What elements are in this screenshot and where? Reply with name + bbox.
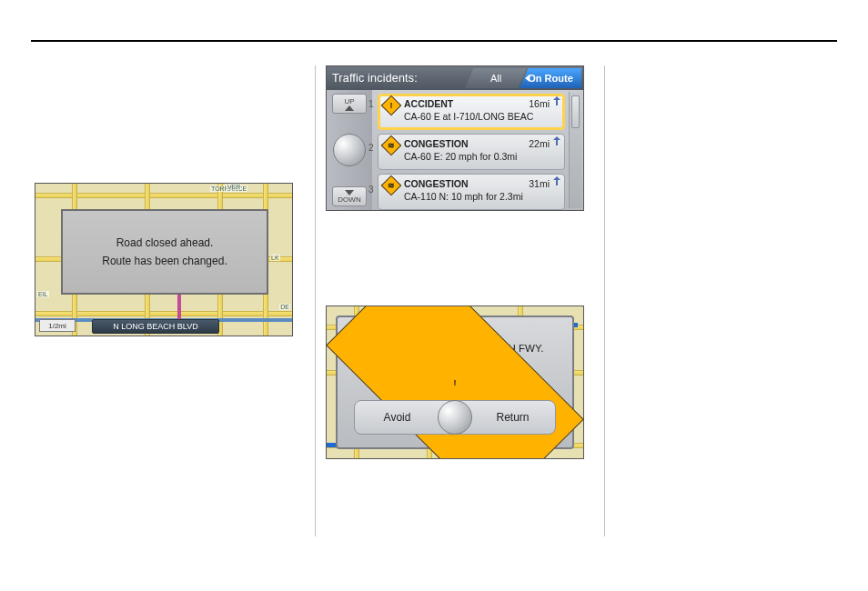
tab-on-route[interactable]: On Route <box>520 68 581 88</box>
incident-desc: CA-60 E: 20 mph for 0.3mi <box>404 150 559 163</box>
incident-row[interactable]: ! ACCIDENT 16mi CA-60 E at I-710/LONG BE… <box>378 94 565 130</box>
incident-title: ACCIDENT <box>404 98 453 109</box>
incident-row[interactable]: ≋ CONGESTION 22mi CA-60 E: 20 mph for 0.… <box>378 134 565 170</box>
traffic-incidents-screenshot: Traffic incidents: All On Route UP DOWN … <box>326 65 584 211</box>
incident-row[interactable]: ≋ CONGESTION 31mi CA-110 N: 10 mph for 2… <box>378 174 565 210</box>
scrollbar-thumb[interactable] <box>571 95 580 128</box>
map-scale-button[interactable]: 1/2mi <box>39 319 76 332</box>
map-label: VER <box>227 184 241 190</box>
incident-desc: CA-110 N: 10 mph for 2.3mi <box>404 190 559 203</box>
rotary-knob-icon[interactable] <box>333 134 366 166</box>
avoid-button[interactable]: Avoid <box>355 410 439 425</box>
incident-desc: CA-60 E at I-710/LONG BEAC <box>404 110 559 123</box>
row-index: 1 <box>368 99 378 109</box>
map-alert-screenshot: TORRANCE LK EIL VER DE Road closed ahead… <box>35 183 293 336</box>
map-label: EIL <box>37 291 49 297</box>
incidents-title: Traffic incidents: <box>332 72 418 85</box>
row-index: 3 <box>368 185 378 195</box>
tab-all[interactable]: All <box>465 68 527 88</box>
rotary-knob-icon[interactable] <box>438 400 472 435</box>
alert-text-line2: Route has been changed. <box>102 252 227 270</box>
map-label: LK <box>270 255 280 261</box>
alert-text-line1: Road closed ahead. <box>116 234 214 252</box>
detail-button-row: Avoid Return <box>354 400 556 435</box>
incident-title: CONGESTION <box>404 138 469 149</box>
incidents-titlebar: Traffic incidents: All On Route <box>327 66 583 90</box>
scroll-up-button[interactable]: UP <box>332 94 367 114</box>
north-arrow-icon <box>553 176 560 187</box>
incident-distance: 22mi <box>529 137 550 150</box>
north-arrow-icon <box>553 96 560 107</box>
warning-accident-icon: ! <box>419 325 433 339</box>
list-scroll-panel: UP DOWN 1 2 3 <box>327 90 372 210</box>
warning-congestion-icon: ≋ <box>384 138 399 153</box>
incident-title: CONGESTION <box>404 178 469 189</box>
page: TORRANCE LK EIL VER DE Road closed ahead… <box>0 0 868 591</box>
incident-distance: 31mi <box>529 177 550 190</box>
return-button[interactable]: Return <box>470 410 555 425</box>
warning-accident-icon: ! <box>384 98 399 113</box>
map-label: DE <box>279 304 290 310</box>
scroll-down-button[interactable]: DOWN <box>332 186 367 206</box>
row-index: 2 <box>368 143 378 153</box>
column-separator <box>604 65 605 536</box>
incident-distance: 16mi <box>529 97 550 110</box>
warning-congestion-icon: ≋ <box>384 178 399 193</box>
route-changed-alert: Road closed ahead. Route has been change… <box>61 209 268 295</box>
down-label: DOWN <box>338 195 360 204</box>
column-separator <box>315 65 316 536</box>
incidents-tabs: All On Route <box>465 68 581 88</box>
north-arrow-icon <box>553 136 560 147</box>
incident-detail-screenshot: ! ACCIDENT CA-60 E at I-710/LONG BEACH F… <box>326 306 584 459</box>
current-street-banner: N LONG BEACH BLVD <box>92 319 219 334</box>
header-rule <box>31 40 837 42</box>
scrollbar[interactable] <box>569 92 581 208</box>
chevron-up-icon <box>345 105 354 111</box>
incident-detail-panel: ! ACCIDENT CA-60 E at I-710/LONG BEACH F… <box>336 316 574 449</box>
up-label: UP <box>344 97 354 105</box>
